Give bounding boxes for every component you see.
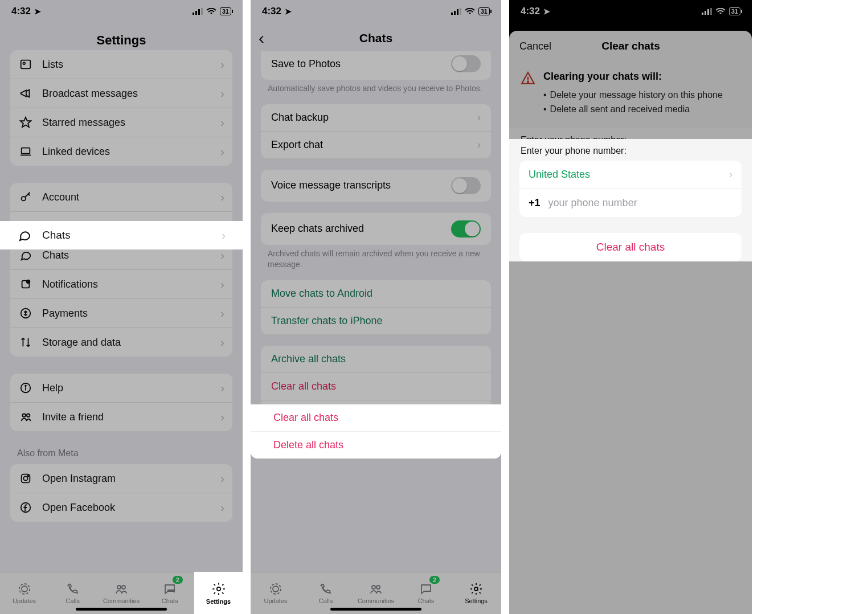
row-invite[interactable]: Invite a friend› bbox=[10, 403, 232, 431]
wifi-icon bbox=[715, 8, 726, 15]
country-row-hi[interactable]: United States › bbox=[519, 161, 742, 189]
clear-chats-screen: 4:32➤ 31 Cancel Clear chats Clearing you… bbox=[509, 0, 752, 614]
row-broadcast[interactable]: Broadcast messages› bbox=[10, 79, 232, 108]
row-save-photos[interactable]: Save to Photos bbox=[261, 51, 491, 80]
status-bar: 4:32 ➤ 31 bbox=[0, 0, 243, 23]
archived-toggle[interactable] bbox=[451, 220, 481, 238]
chevron-right-icon: › bbox=[220, 278, 224, 291]
row-facebook[interactable]: Open Facebook› bbox=[10, 493, 232, 522]
location-icon: ➤ bbox=[34, 7, 41, 16]
sheet-header: Cancel Clear chats bbox=[509, 31, 752, 62]
home-indicator bbox=[76, 608, 167, 611]
warning-icon bbox=[521, 71, 535, 117]
signal-icon bbox=[193, 8, 203, 15]
cancel-button[interactable]: Cancel bbox=[519, 40, 551, 52]
settings-group-help: Help› Invite a friend› bbox=[10, 374, 232, 431]
svg-rect-1 bbox=[195, 11, 197, 15]
tab-updates[interactable]: Updates bbox=[0, 572, 48, 614]
key-icon bbox=[18, 190, 33, 204]
battery-icon: 31 bbox=[729, 7, 740, 15]
row-transfer-iphone[interactable]: Transfer chats to iPhone bbox=[261, 308, 491, 334]
svg-rect-32 bbox=[460, 8, 461, 15]
sheet-title: Clear chats bbox=[551, 40, 710, 52]
phone-card-hi: United States › +1 your phone number bbox=[519, 161, 742, 217]
row-archive-all[interactable]: Archive all chats bbox=[261, 346, 491, 373]
payments-icon bbox=[18, 306, 33, 321]
clear-all-button-hi[interactable]: Clear all chats bbox=[519, 233, 742, 261]
svg-rect-40 bbox=[707, 9, 709, 15]
row-clear-all[interactable]: Clear all chats bbox=[261, 373, 491, 400]
row-keep-archived[interactable]: Keep chats archived bbox=[261, 213, 491, 245]
row-storage[interactable]: Storage and data› bbox=[10, 328, 232, 357]
chat-icon bbox=[18, 248, 33, 263]
row-clear-all-highlight[interactable]: Clear all chats bbox=[251, 404, 501, 432]
row-starred[interactable]: Starred messages› bbox=[10, 108, 232, 137]
location-icon: ➤ bbox=[285, 7, 292, 16]
svg-point-26 bbox=[122, 586, 125, 589]
svg-point-36 bbox=[376, 586, 380, 589]
tab-settings[interactable]: Settings bbox=[451, 572, 501, 614]
row-chats-highlight[interactable]: Chats › bbox=[0, 221, 243, 249]
chat-badge: 2 bbox=[173, 576, 183, 584]
row-export[interactable]: Export chat› bbox=[261, 132, 491, 158]
warning-box: Clearing your chats will: •Delete your m… bbox=[509, 62, 752, 122]
row-backup[interactable]: Chat backup› bbox=[261, 104, 491, 132]
settings-group-account: Account› Privacy› Chats› Notifications› … bbox=[10, 183, 232, 357]
voice-toggle[interactable] bbox=[451, 177, 481, 194]
svg-point-9 bbox=[22, 197, 26, 200]
svg-point-33 bbox=[273, 586, 279, 592]
chevron-right-icon: › bbox=[220, 382, 224, 395]
archived-group: Keep chats archived bbox=[261, 213, 491, 245]
svg-rect-7 bbox=[22, 148, 30, 154]
wifi-icon bbox=[206, 8, 216, 15]
settings-screen: 4:32 ➤ 31 Settings Lists› Broadcast mess… bbox=[0, 0, 243, 614]
row-delete-all-highlight[interactable]: Delete all chats bbox=[251, 432, 501, 459]
status-time: 4:32 bbox=[521, 6, 540, 17]
chevron-right-icon: › bbox=[220, 145, 224, 158]
chats-settings-screen: 4:32➤ 31 ‹ Chats Save to Photos Automati… bbox=[251, 0, 501, 614]
nav-bar: ‹ Chats bbox=[251, 23, 501, 51]
svg-rect-38 bbox=[702, 13, 703, 15]
tab-updates[interactable]: Updates bbox=[251, 572, 301, 614]
svg-rect-41 bbox=[710, 8, 712, 15]
phone-input-row-hi[interactable]: +1 your phone number bbox=[519, 189, 742, 217]
svg-rect-29 bbox=[451, 13, 453, 15]
chevron-right-icon: › bbox=[220, 58, 224, 71]
svg-rect-30 bbox=[454, 11, 456, 15]
save-photos-toggle[interactable] bbox=[451, 55, 481, 72]
row-linked[interactable]: Linked devices› bbox=[10, 137, 232, 166]
chevron-right-icon: › bbox=[477, 139, 481, 151]
svg-point-28 bbox=[216, 587, 220, 591]
voice-group: Voice message transcripts bbox=[261, 170, 491, 202]
svg-point-17 bbox=[23, 414, 26, 417]
tab-settings-highlight[interactable]: Settings bbox=[194, 572, 243, 614]
list-icon bbox=[18, 57, 33, 72]
row-account[interactable]: Account› bbox=[10, 183, 232, 212]
star-icon bbox=[18, 115, 33, 130]
svg-rect-2 bbox=[198, 9, 200, 15]
svg-point-34 bbox=[271, 584, 281, 594]
row-voice-transcripts[interactable]: Voice message transcripts bbox=[261, 170, 491, 202]
clear-delete-highlight: Clear all chats Delete all chats bbox=[251, 404, 501, 459]
row-lists[interactable]: Lists› bbox=[10, 50, 232, 79]
svg-rect-3 bbox=[201, 8, 203, 15]
svg-point-37 bbox=[474, 587, 478, 591]
signal-icon bbox=[451, 8, 461, 15]
wifi-icon bbox=[465, 8, 475, 15]
status-bar: 4:32➤ 31 bbox=[251, 0, 501, 23]
row-move-android[interactable]: Move chats to Android bbox=[261, 280, 491, 308]
status-time: 4:32 bbox=[11, 6, 31, 17]
row-notifications[interactable]: Notifications› bbox=[10, 270, 232, 299]
row-instagram[interactable]: Open Instagram› bbox=[10, 464, 232, 493]
row-payments[interactable]: Payments› bbox=[10, 299, 232, 328]
chevron-right-icon: › bbox=[220, 87, 224, 100]
home-indicator bbox=[330, 608, 421, 611]
move-group: Move chats to Android Transfer chats to … bbox=[261, 280, 491, 334]
info-icon bbox=[18, 380, 33, 395]
chat-icon bbox=[17, 228, 32, 243]
chevron-right-icon: › bbox=[220, 472, 224, 485]
status-time: 4:32 bbox=[262, 6, 281, 17]
row-help[interactable]: Help› bbox=[10, 374, 232, 403]
svg-point-16 bbox=[25, 385, 26, 386]
chevron-right-icon: › bbox=[220, 191, 224, 204]
